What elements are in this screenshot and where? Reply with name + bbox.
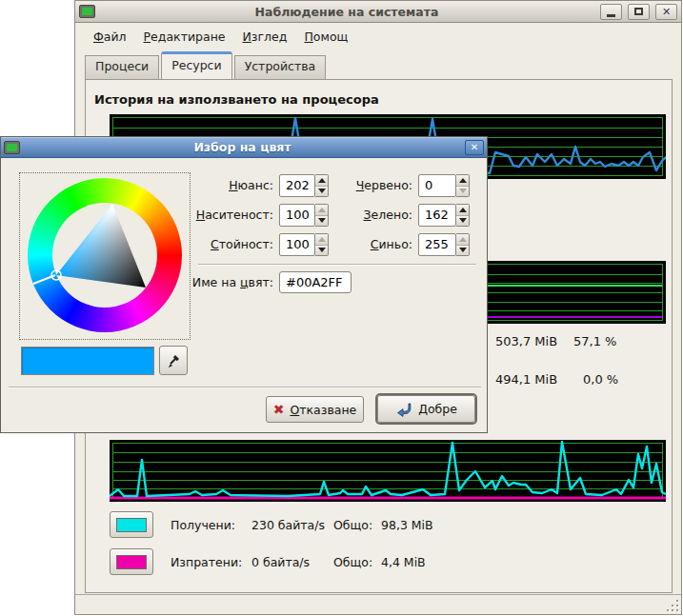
cpu-history-title: История на използването на процесора	[94, 92, 379, 107]
color-picker-dialog: Избор на цвят ✕	[0, 136, 488, 433]
minimize-icon	[607, 14, 615, 17]
received-total-label: Общо:	[333, 518, 372, 532]
color-name-label: Име на цвят:	[144, 271, 273, 294]
spin-up-icon	[459, 178, 467, 183]
close-icon: ✕	[662, 7, 671, 17]
spin-up-icon	[459, 208, 467, 212]
spin-down-icon	[459, 248, 467, 252]
resize-grip[interactable]	[665, 599, 678, 611]
ok-label: Добре	[418, 402, 457, 416]
value-input[interactable]: 100	[279, 233, 315, 256]
spin-down-icon	[459, 189, 467, 193]
blue-input[interactable]: 255	[418, 233, 456, 256]
color-wheel-frame	[19, 172, 191, 340]
dialog-titlebar[interactable]: Избор на цвят ✕	[1, 137, 487, 158]
hue-input[interactable]: 202	[279, 174, 315, 197]
dialog-title: Избор на цвят	[24, 140, 461, 154]
received-color-swatch	[116, 518, 147, 532]
tabstrip: Процеси Ресурси Устройства	[75, 51, 681, 79]
eyedropper-icon	[166, 353, 181, 368]
system-monitor-icon	[79, 5, 95, 18]
value-label: Стойност:	[144, 233, 273, 256]
network-history-graph	[110, 440, 666, 502]
green-label: Зелено:	[315, 204, 412, 227]
color-name-input[interactable]: #00A2FF	[279, 271, 352, 293]
menubar: Файл Редактиране Изглед Помощ	[75, 24, 681, 49]
sent-color-swatch	[116, 555, 147, 569]
fields-separator	[198, 264, 476, 266]
saturation-label: Наситеност:	[144, 204, 273, 227]
red-input[interactable]: 0	[418, 174, 456, 197]
selected-color-preview	[21, 347, 154, 375]
window-title: Наблюдение на системата	[99, 5, 594, 19]
main-titlebar[interactable]: Наблюдение на системата ✕	[75, 1, 681, 23]
memory-amount-value: 503,7 MiB	[495, 334, 557, 348]
tab-devices[interactable]: Устройства	[234, 55, 327, 79]
cancel-label: Отказване	[290, 403, 356, 417]
saturation-input[interactable]: 100	[279, 204, 315, 227]
sent-rate: 0 байта/s	[251, 555, 310, 569]
minimize-button[interactable]	[600, 4, 622, 20]
maximize-button[interactable]	[628, 4, 650, 20]
tab-processes[interactable]: Процеси	[85, 55, 159, 79]
network-received-line	[110, 442, 666, 496]
cancel-x-icon: ✖	[273, 403, 285, 416]
ok-button[interactable]: Добре	[377, 395, 475, 423]
green-spinner	[456, 204, 470, 227]
menu-file[interactable]: Файл	[85, 26, 135, 48]
spin-down-icon	[459, 218, 467, 223]
red-label: Червено:	[315, 174, 412, 197]
menu-edit[interactable]: Редактиране	[135, 26, 234, 48]
cancel-button[interactable]: ✖ Отказване	[266, 396, 364, 423]
menu-help[interactable]: Помощ	[295, 26, 356, 48]
green-spin-up-button[interactable]	[456, 205, 469, 215]
red-spinner	[456, 174, 470, 197]
close-button[interactable]: ✕	[655, 4, 677, 20]
menu-view[interactable]: Изглед	[234, 26, 296, 48]
maximize-icon	[634, 8, 643, 15]
received-color-button[interactable]	[110, 511, 153, 538]
statusbar	[75, 594, 681, 614]
swap-percent-value: 0,0 %	[583, 372, 618, 387]
received-label: Получени:	[171, 518, 235, 532]
hue-label: Нюанс:	[144, 174, 273, 197]
blue-label: Синьо:	[315, 233, 412, 256]
memory-percent-value: 57,1 %	[573, 334, 616, 348]
sent-total: 4,4 MiB	[381, 555, 426, 569]
dialog-close-button[interactable]: ✕	[465, 140, 484, 155]
network-line-chart	[110, 440, 666, 502]
green-spin-down-button[interactable]	[456, 215, 469, 227]
red-spin-down-button[interactable]	[456, 186, 469, 197]
dialog-close-icon: ✕	[471, 142, 478, 152]
swap-amount-value: 494,1 MiB	[495, 372, 557, 387]
eyedropper-button[interactable]	[159, 346, 188, 375]
blue-spinner	[456, 233, 470, 256]
tab-resources[interactable]: Ресурси	[161, 51, 231, 79]
dialog-app-icon	[4, 141, 20, 154]
blue-spin-up-button[interactable]	[456, 234, 469, 245]
action-separator	[9, 387, 481, 388]
ok-enter-arrow-icon	[395, 402, 412, 417]
green-input[interactable]: 162	[418, 204, 456, 227]
sent-label: Изпратени:	[171, 555, 242, 569]
sent-color-button[interactable]	[110, 548, 153, 575]
spin-up-icon	[459, 237, 467, 242]
received-total: 98,3 MiB	[381, 518, 433, 532]
received-rate: 230 байта/s	[251, 518, 325, 532]
blue-spin-down-button[interactable]	[456, 245, 469, 256]
red-spin-up-button[interactable]	[456, 175, 469, 186]
sent-total-label: Общо:	[333, 555, 372, 569]
